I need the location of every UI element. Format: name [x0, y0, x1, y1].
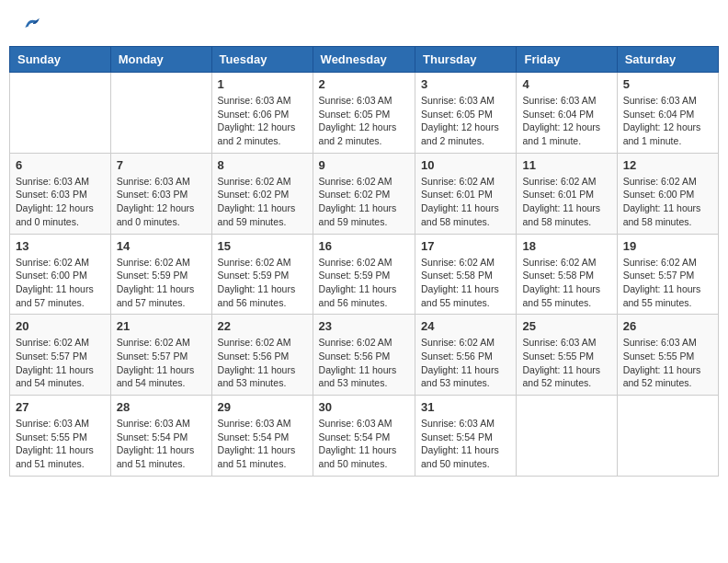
calendar-cell: 13Sunrise: 6:02 AM Sunset: 6:00 PM Dayli… — [10, 234, 111, 315]
calendar-cell: 24Sunrise: 6:02 AM Sunset: 5:56 PM Dayli… — [415, 315, 517, 396]
day-info: Sunrise: 6:02 AM Sunset: 5:57 PM Dayligh… — [117, 336, 206, 390]
day-number: 25 — [522, 319, 610, 333]
day-info: Sunrise: 6:03 AM Sunset: 6:06 PM Dayligh… — [218, 94, 307, 148]
day-info: Sunrise: 6:02 AM Sunset: 5:59 PM Dayligh… — [218, 256, 307, 310]
day-info: Sunrise: 6:02 AM Sunset: 6:01 PM Dayligh… — [522, 175, 610, 229]
day-number: 1 — [218, 77, 307, 91]
calendar-cell: 9Sunrise: 6:02 AM Sunset: 6:02 PM Daylig… — [313, 153, 415, 234]
calendar-cell: 22Sunrise: 6:02 AM Sunset: 5:56 PM Dayli… — [211, 315, 313, 396]
calendar-cell — [10, 73, 111, 154]
day-info: Sunrise: 6:02 AM Sunset: 6:01 PM Dayligh… — [421, 175, 510, 229]
day-info: Sunrise: 6:03 AM Sunset: 5:54 PM Dayligh… — [421, 417, 510, 471]
day-number: 20 — [16, 319, 105, 333]
day-number: 16 — [319, 239, 409, 253]
day-number: 13 — [16, 239, 105, 253]
day-number: 15 — [218, 239, 307, 253]
calendar-cell: 31Sunrise: 6:03 AM Sunset: 5:54 PM Dayli… — [415, 396, 517, 477]
day-info: Sunrise: 6:02 AM Sunset: 5:59 PM Dayligh… — [117, 256, 206, 310]
day-number: 12 — [623, 158, 712, 172]
calendar-week-row: 20Sunrise: 6:02 AM Sunset: 5:57 PM Dayli… — [10, 315, 719, 396]
day-info: Sunrise: 6:02 AM Sunset: 5:56 PM Dayligh… — [319, 336, 409, 390]
calendar-cell: 15Sunrise: 6:02 AM Sunset: 5:59 PM Dayli… — [211, 234, 313, 315]
day-info: Sunrise: 6:03 AM Sunset: 5:54 PM Dayligh… — [117, 417, 206, 471]
day-number: 24 — [421, 319, 510, 333]
calendar-cell: 14Sunrise: 6:02 AM Sunset: 5:59 PM Dayli… — [110, 234, 211, 315]
calendar-cell: 29Sunrise: 6:03 AM Sunset: 5:54 PM Dayli… — [211, 396, 313, 477]
calendar-cell — [517, 396, 617, 477]
calendar-cell: 5Sunrise: 6:03 AM Sunset: 6:04 PM Daylig… — [617, 73, 718, 154]
calendar-cell: 26Sunrise: 6:03 AM Sunset: 5:55 PM Dayli… — [617, 315, 718, 396]
day-number: 6 — [16, 158, 105, 172]
calendar-header-row: SundayMondayTuesdayWednesdayThursdayFrid… — [10, 47, 719, 73]
calendar-cell: 17Sunrise: 6:02 AM Sunset: 5:58 PM Dayli… — [415, 234, 517, 315]
calendar-header-tuesday: Tuesday — [211, 47, 313, 73]
calendar-week-row: 6Sunrise: 6:03 AM Sunset: 6:03 PM Daylig… — [10, 153, 719, 234]
day-info: Sunrise: 6:03 AM Sunset: 5:55 PM Dayligh… — [16, 417, 105, 471]
day-info: Sunrise: 6:02 AM Sunset: 5:56 PM Dayligh… — [218, 336, 307, 390]
day-number: 22 — [218, 319, 307, 333]
day-info: Sunrise: 6:02 AM Sunset: 5:56 PM Dayligh… — [421, 336, 510, 390]
calendar-header-sunday: Sunday — [10, 47, 111, 73]
calendar-cell: 16Sunrise: 6:02 AM Sunset: 5:59 PM Dayli… — [313, 234, 415, 315]
day-number: 7 — [117, 158, 206, 172]
day-info: Sunrise: 6:02 AM Sunset: 5:58 PM Dayligh… — [421, 256, 510, 310]
day-info: Sunrise: 6:02 AM Sunset: 6:00 PM Dayligh… — [623, 175, 712, 229]
calendar-cell: 20Sunrise: 6:02 AM Sunset: 5:57 PM Dayli… — [10, 315, 111, 396]
page-header — [9, 9, 719, 37]
calendar-header-thursday: Thursday — [415, 47, 517, 73]
day-number: 10 — [421, 158, 510, 172]
calendar-cell: 12Sunrise: 6:02 AM Sunset: 6:00 PM Dayli… — [617, 153, 718, 234]
calendar-week-row: 13Sunrise: 6:02 AM Sunset: 6:00 PM Dayli… — [10, 234, 719, 315]
day-info: Sunrise: 6:02 AM Sunset: 5:57 PM Dayligh… — [16, 336, 105, 390]
day-number: 21 — [117, 319, 206, 333]
calendar-cell — [110, 73, 211, 154]
calendar-table: SundayMondayTuesdayWednesdayThursdayFrid… — [9, 46, 719, 477]
day-number: 31 — [421, 400, 510, 414]
day-info: Sunrise: 6:03 AM Sunset: 6:05 PM Dayligh… — [319, 94, 409, 148]
day-number: 28 — [117, 400, 206, 414]
calendar-header-wednesday: Wednesday — [313, 47, 415, 73]
calendar-cell: 19Sunrise: 6:02 AM Sunset: 5:57 PM Dayli… — [617, 234, 718, 315]
calendar-cell: 11Sunrise: 6:02 AM Sunset: 6:01 PM Dayli… — [517, 153, 617, 234]
day-number: 5 — [623, 77, 712, 91]
calendar-cell: 30Sunrise: 6:03 AM Sunset: 5:54 PM Dayli… — [313, 396, 415, 477]
calendar-week-row: 1Sunrise: 6:03 AM Sunset: 6:06 PM Daylig… — [10, 73, 719, 154]
calendar-cell: 1Sunrise: 6:03 AM Sunset: 6:06 PM Daylig… — [211, 73, 313, 154]
day-info: Sunrise: 6:02 AM Sunset: 5:57 PM Dayligh… — [623, 256, 712, 310]
day-info: Sunrise: 6:03 AM Sunset: 5:55 PM Dayligh… — [522, 336, 610, 390]
calendar-cell: 2Sunrise: 6:03 AM Sunset: 6:05 PM Daylig… — [313, 73, 415, 154]
calendar-cell: 25Sunrise: 6:03 AM Sunset: 5:55 PM Dayli… — [517, 315, 617, 396]
day-number: 3 — [421, 77, 510, 91]
calendar-cell: 8Sunrise: 6:02 AM Sunset: 6:02 PM Daylig… — [211, 153, 313, 234]
calendar-cell: 28Sunrise: 6:03 AM Sunset: 5:54 PM Dayli… — [110, 396, 211, 477]
day-info: Sunrise: 6:03 AM Sunset: 5:54 PM Dayligh… — [319, 417, 409, 471]
day-number: 26 — [623, 319, 712, 333]
day-info: Sunrise: 6:02 AM Sunset: 6:02 PM Dayligh… — [218, 175, 307, 229]
day-number: 11 — [522, 158, 610, 172]
day-number: 14 — [117, 239, 206, 253]
day-number: 4 — [522, 77, 610, 91]
logo-bird-icon — [22, 14, 40, 32]
day-number: 27 — [16, 400, 105, 414]
day-info: Sunrise: 6:03 AM Sunset: 6:04 PM Dayligh… — [522, 94, 610, 148]
day-info: Sunrise: 6:02 AM Sunset: 5:59 PM Dayligh… — [319, 256, 409, 310]
calendar-cell: 21Sunrise: 6:02 AM Sunset: 5:57 PM Dayli… — [110, 315, 211, 396]
day-number: 17 — [421, 239, 510, 253]
logo — [18, 14, 42, 32]
day-info: Sunrise: 6:03 AM Sunset: 6:03 PM Dayligh… — [16, 175, 105, 229]
day-number: 23 — [319, 319, 409, 333]
calendar-cell: 27Sunrise: 6:03 AM Sunset: 5:55 PM Dayli… — [10, 396, 111, 477]
calendar-cell — [617, 396, 718, 477]
calendar-cell: 23Sunrise: 6:02 AM Sunset: 5:56 PM Dayli… — [313, 315, 415, 396]
day-info: Sunrise: 6:03 AM Sunset: 6:05 PM Dayligh… — [421, 94, 510, 148]
day-info: Sunrise: 6:03 AM Sunset: 6:04 PM Dayligh… — [623, 94, 712, 148]
calendar-cell: 3Sunrise: 6:03 AM Sunset: 6:05 PM Daylig… — [415, 73, 517, 154]
day-info: Sunrise: 6:03 AM Sunset: 5:54 PM Dayligh… — [218, 417, 307, 471]
calendar-cell: 6Sunrise: 6:03 AM Sunset: 6:03 PM Daylig… — [10, 153, 111, 234]
calendar-header-monday: Monday — [110, 47, 211, 73]
day-number: 19 — [623, 239, 712, 253]
day-number: 29 — [218, 400, 307, 414]
day-number: 9 — [319, 158, 409, 172]
day-number: 18 — [522, 239, 610, 253]
calendar-header-friday: Friday — [517, 47, 617, 73]
